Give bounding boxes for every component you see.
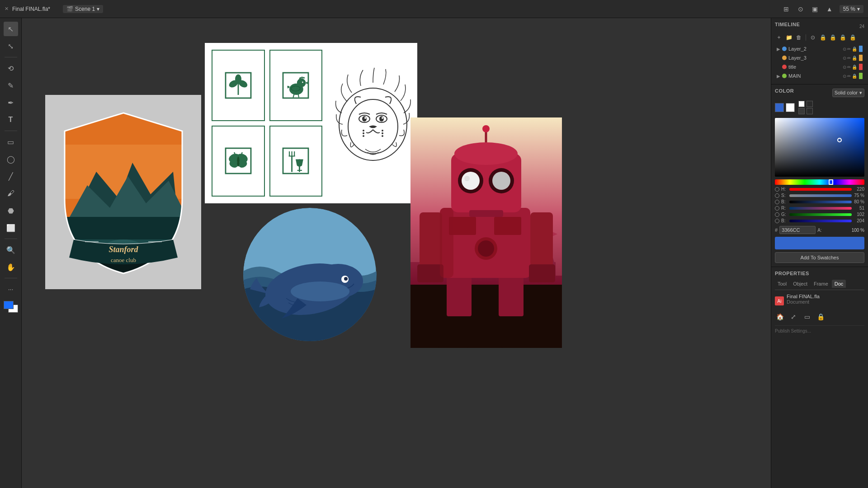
grid-icon[interactable]: ⊞ [782,5,791,14]
brush-tool[interactable]: 🖌 [4,186,18,201]
layer-row-main[interactable]: ▶ MAIN ⊙ ✏ 🔒 [775,71,864,80]
tl-btn-2[interactable]: 🔒 [819,33,827,42]
color-gradient-picker[interactable] [775,118,864,177]
tl-btn-1[interactable]: ⊙ [809,33,817,42]
add-to-swatches-button[interactable]: Add To Swatches [775,252,864,263]
color-panel-header: Color Solid color ▾ [775,88,864,97]
zoom-value: 55 % [843,6,855,12]
canvas-area[interactable]: Stanford canoe club [22,18,771,488]
color-swatches[interactable] [4,301,18,313]
subselection-tool[interactable]: ⤡ [4,39,18,53]
tab-doc[interactable]: Doc [832,280,846,288]
bri-radio[interactable] [775,200,779,204]
tl-btn-4[interactable]: 🔒 [839,33,847,42]
frame-icon[interactable]: ▣ [811,5,820,14]
oval-tool[interactable]: ◯ [4,152,18,166]
zoom-control[interactable]: 55 % ▾ [840,5,863,13]
close-button[interactable]: ✕ [5,6,9,12]
svg-point-53 [363,135,364,137]
b-radio[interactable] [775,219,779,223]
onion-icon[interactable]: ⊙ [796,5,805,14]
whale-artwork [243,208,377,341]
layer-timeline-bar3 [859,64,863,70]
fill-swatch[interactable] [4,301,14,309]
hand-tool[interactable]: ✋ [4,260,18,274]
props-icon-frame[interactable]: ▭ [802,312,812,322]
cs-icon-3[interactable] [807,101,813,107]
right-panel: Timeline 24 + 📁 🗑 ⊙ 🔒 🔒 🔒 🔒 ▶ Layer_2 [771,18,868,488]
selection-tool[interactable]: ↖ [4,22,18,36]
props-icon-home[interactable]: 🏠 [775,312,785,322]
cs-icon-2[interactable] [798,108,805,114]
text-tool[interactable]: T [4,113,18,127]
tl-btn-5[interactable]: 🔒 [849,33,857,42]
frame-number: 24 [859,24,864,29]
main-color-swatch[interactable] [775,103,784,112]
g-slider-track[interactable] [789,213,852,216]
svg-rect-35 [283,148,308,174]
color-panel-title: Color [775,88,794,94]
props-icon-crop[interactable]: ⤢ [788,312,798,322]
svg-point-96 [464,176,470,181]
svg-point-50 [382,117,383,119]
eraser-tool[interactable]: ⬜ [4,221,18,235]
delete-layer-btn[interactable]: 🗑 [795,33,803,42]
props-icon-lock[interactable]: 🔒 [816,312,826,322]
rectangle-tool[interactable]: ▭ [4,135,18,149]
zoom-tool[interactable]: 🔍 [4,243,18,257]
r-value: 51 [854,206,864,211]
hue-slider[interactable] [829,179,833,185]
svg-rect-99 [469,210,503,217]
main-layout: ↖ ⤡ ⟲ ✎ ✒ T ▭ ◯ ╱ 🖌 ⬣ ⬜ 🔍 ✋ ··· [0,18,868,488]
color-type-selector[interactable]: Solid color ▾ [832,89,864,97]
g-slider-row: G: 102 [775,212,864,217]
layer-row-layer3[interactable]: ▶ Layer_3 ⊙ ✏ 🔒 [775,53,864,62]
layer-row-title[interactable]: ▶ title ⊙ ✏ 🔒 [775,62,864,71]
hue-bar[interactable] [775,179,864,185]
sat-value: 75 % [854,193,864,198]
cs-icon-4[interactable] [807,108,813,114]
add-folder-btn[interactable]: 📁 [785,33,793,42]
tool-separator-1 [5,57,17,57]
publish-settings-label[interactable]: Publish Settings... [775,325,864,333]
svg-text:canoe club: canoe club [111,257,136,263]
icon-cell-chicken [269,50,323,121]
r-slider-track[interactable] [789,207,852,210]
scene-selector[interactable]: 🎬 Scene 1 ▾ [63,5,103,13]
fill-tool[interactable]: ⬣ [4,203,18,218]
layer-dot-layer3 [782,56,787,60]
line-tool[interactable]: ╱ [4,169,18,183]
arrow-up-icon[interactable]: ▲ [825,5,834,14]
pen-tool[interactable]: ✒ [4,95,18,110]
tl-btn-3[interactable]: 🔒 [829,33,837,42]
add-layer-btn[interactable]: + [775,33,783,42]
h-slider-track[interactable] [789,188,852,191]
b-slider-track[interactable] [789,201,852,203]
sat-radio[interactable] [775,193,779,198]
tab-tool[interactable]: Tool [775,280,789,288]
free-transform-tool[interactable]: ⟲ [4,61,18,75]
file-icon: Ai [775,296,784,305]
b-slider-track[interactable] [789,220,852,222]
tool-separator-2 [5,131,17,131]
g-radio[interactable] [775,212,779,217]
svg-point-56 [382,135,383,137]
hex-input[interactable] [779,226,816,234]
svg-point-19 [297,78,306,87]
svg-rect-86 [420,212,442,267]
cs-icon-1[interactable] [798,101,805,107]
r-radio[interactable] [775,206,779,211]
s-slider-track[interactable] [789,194,852,197]
hue-radio[interactable] [775,187,779,192]
layer-timeline-bar [859,46,863,52]
stroke-color-swatch[interactable] [786,103,795,112]
tab-object[interactable]: Object [790,280,810,288]
alpha-value: 100 % [852,228,864,233]
layer-row-layer2[interactable]: ▶ Layer_2 ⊙ ✏ 🔒 [775,44,864,53]
svg-point-85 [478,240,494,257]
pencil-tool[interactable]: ✎ [4,78,18,93]
hue-slider-row: H: 220 [775,187,864,192]
svg-point-34 [241,152,243,154]
tab-frame[interactable]: Frame [811,280,831,288]
more-tools-btn[interactable]: ··· [4,282,18,296]
